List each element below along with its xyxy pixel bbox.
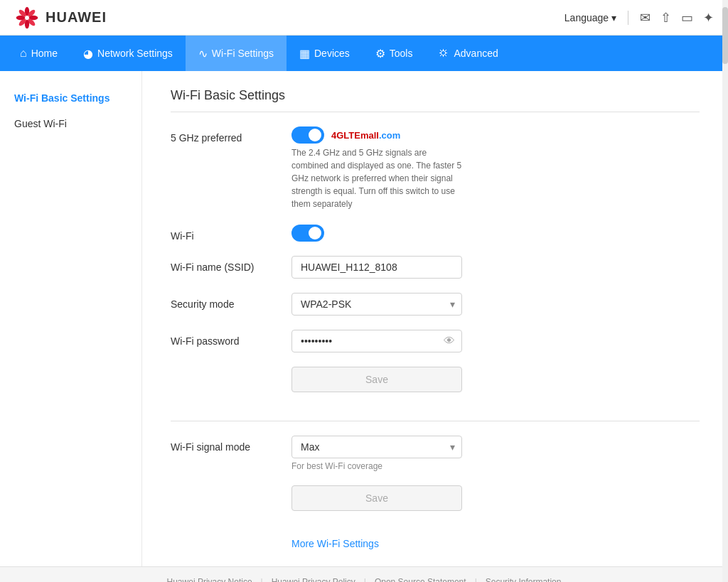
refresh-icon[interactable]: ✦ xyxy=(703,10,714,26)
logout-icon[interactable]: ▭ xyxy=(681,10,693,26)
tools-icon: ⚙ xyxy=(375,47,385,60)
eye-icon[interactable]: 👁 xyxy=(444,335,455,347)
signal-select[interactable]: Max High Medium Low xyxy=(291,436,462,458)
scrollbar-track[interactable] xyxy=(722,0,728,582)
message-icon[interactable]: ✉ xyxy=(640,10,651,26)
footer: Huawei Privacy Notice | Huawei Privacy P… xyxy=(0,566,728,582)
wifi-toggle[interactable] xyxy=(291,225,324,242)
freq-toggle-thumb xyxy=(309,129,321,141)
security-label: Security mode xyxy=(171,293,277,310)
freq-toggle-track xyxy=(291,126,324,144)
sidebar: Wi-Fi Basic Settings Guest Wi-Fi xyxy=(0,71,142,566)
security-row: Security mode WPA2-PSK WPA-PSK None xyxy=(171,293,700,316)
freq-control: 4GLTEmall.com The 2.4 GHz and 5 GHz sign… xyxy=(291,126,700,210)
sidebar-item-wifi-basic[interactable]: Wi-Fi Basic Settings xyxy=(0,85,141,111)
ssid-row: Wi-Fi name (SSID) xyxy=(171,256,700,279)
wifi-icon: ∿ xyxy=(198,47,208,60)
ssid-control xyxy=(291,256,700,279)
top-header: HUAWEI Language ▾ ✉ ⇧ ▭ ✦ xyxy=(0,0,728,36)
save-button-2[interactable]: Save xyxy=(291,485,462,511)
save-button-1[interactable]: Save xyxy=(291,367,462,392)
nav-item-advanced[interactable]: ⛭ Advanced xyxy=(425,36,510,71)
freq-toggle[interactable] xyxy=(291,126,324,144)
signal-row: Wi-Fi signal mode Max High Medium Low Fo… xyxy=(171,436,700,471)
nav-label-advanced: Advanced xyxy=(454,48,498,59)
watermark-com: .com xyxy=(379,130,400,141)
footer-link-privacy-policy[interactable]: Huawei Privacy Policy xyxy=(263,577,364,582)
signal-control: Max High Medium Low For best Wi-Fi cover… xyxy=(291,436,700,471)
nav-item-network-settings[interactable]: ◕ Network Settings xyxy=(70,36,186,71)
brand-name: HUAWEI xyxy=(46,9,107,26)
home-icon: ⌂ xyxy=(20,47,27,60)
password-row: Wi-Fi password 👁 xyxy=(171,330,700,352)
freq-description: The 2.4 GHz and 5 GHz signals are combin… xyxy=(291,146,462,210)
footer-link-security-info[interactable]: Security Information xyxy=(477,577,570,582)
wifi-label: Wi-Fi xyxy=(171,225,277,242)
header-divider xyxy=(628,11,628,25)
ssid-input[interactable] xyxy=(291,256,462,279)
ssid-label: Wi-Fi name (SSID) xyxy=(171,256,277,273)
page-title: Wi-Fi Basic Settings xyxy=(171,88,700,112)
watermark-area: 4GLTEmall.com xyxy=(331,129,700,141)
wifi-toggle-track xyxy=(291,225,324,242)
scrollbar-thumb[interactable] xyxy=(722,7,728,64)
language-button[interactable]: Language ▾ xyxy=(564,12,616,23)
password-label: Wi-Fi password xyxy=(171,330,277,347)
password-control: 👁 xyxy=(291,330,700,352)
content-wrapper: Wi-Fi Basic Settings Guest Wi-Fi Wi-Fi B… xyxy=(0,71,728,566)
nav-label-tools: Tools xyxy=(390,48,413,59)
settings-icon: ⛭ xyxy=(438,47,449,60)
freq-preferred-row: 5 GHz preferred 4GLTEmall.com The 2.4 GH… xyxy=(171,126,700,210)
logo-area: HUAWEI xyxy=(14,5,107,31)
signal-label: Wi-Fi signal mode xyxy=(171,436,277,453)
nav-label-devices: Devices xyxy=(314,48,350,59)
footer-link-privacy-notice[interactable]: Huawei Privacy Notice xyxy=(159,577,261,582)
nav-item-devices[interactable]: ▦ Devices xyxy=(287,36,363,71)
security-select-wrapper: WPA2-PSK WPA-PSK None xyxy=(291,293,462,316)
sidebar-item-guest-wifi[interactable]: Guest Wi-Fi xyxy=(0,111,141,136)
main-content: Wi-Fi Basic Settings 5 GHz preferred 4GL… xyxy=(142,71,728,566)
nav-bar: ⌂ Home ◕ Network Settings ∿ Wi-Fi Settin… xyxy=(0,36,728,71)
globe-icon: ◕ xyxy=(83,47,93,60)
nav-label-home: Home xyxy=(31,48,58,59)
freq-label: 5 GHz preferred xyxy=(171,126,277,144)
nav-item-tools[interactable]: ⚙ Tools xyxy=(363,36,426,71)
security-control: WPA2-PSK WPA-PSK None xyxy=(291,293,700,316)
wifi-toggle-control xyxy=(291,225,700,242)
nav-item-wifi-settings[interactable]: ∿ Wi-Fi Settings xyxy=(186,36,287,71)
huawei-logo-icon xyxy=(14,5,40,31)
password-input[interactable] xyxy=(291,330,462,352)
wifi-toggle-thumb xyxy=(309,227,321,239)
upload-icon[interactable]: ⇧ xyxy=(660,10,671,26)
section-divider xyxy=(171,421,700,421)
header-right: Language ▾ ✉ ⇧ ▭ ✦ xyxy=(564,10,714,26)
more-wifi-link[interactable]: More Wi-Fi Settings xyxy=(291,538,700,549)
wifi-toggle-row: Wi-Fi xyxy=(171,225,700,242)
footer-link-open-source[interactable]: Open Source Statement xyxy=(366,577,475,582)
nav-label-wifi: Wi-Fi Settings xyxy=(212,48,274,59)
nav-label-network: Network Settings xyxy=(97,48,173,59)
password-wrapper: 👁 xyxy=(291,330,462,352)
watermark-text: 4GLTEmall xyxy=(331,130,379,141)
nav-item-home[interactable]: ⌂ Home xyxy=(7,36,70,71)
security-select[interactable]: WPA2-PSK WPA-PSK None xyxy=(291,293,462,316)
signal-select-wrapper: Max High Medium Low xyxy=(291,436,462,458)
devices-icon: ▦ xyxy=(299,47,310,60)
header-icons: ✉ ⇧ ▭ ✦ xyxy=(640,10,714,26)
signal-hint: For best Wi-Fi coverage xyxy=(291,461,700,471)
footer-links-row1: Huawei Privacy Notice | Huawei Privacy P… xyxy=(14,577,714,582)
